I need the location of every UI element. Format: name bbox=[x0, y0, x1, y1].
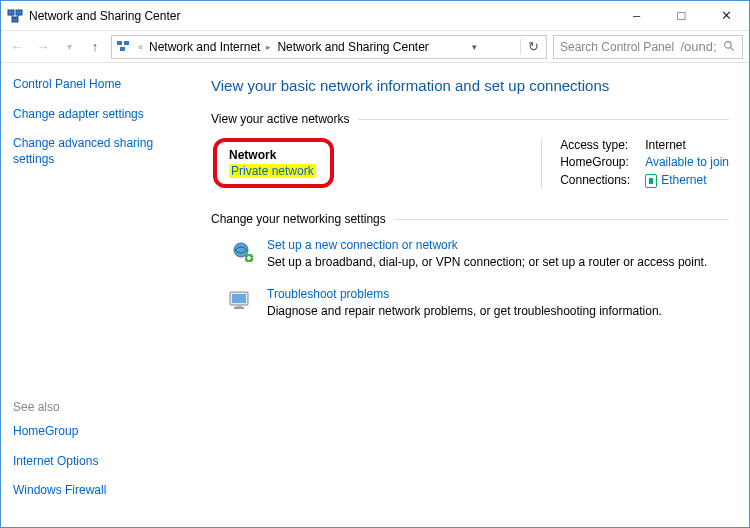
search-placeholder: Search Control Panel bbox=[560, 40, 674, 54]
up-button[interactable]: ↑ bbox=[85, 39, 105, 54]
toolbar: ← → ▾ ↑ « Network and Internet ▸ Network… bbox=[1, 31, 749, 63]
address-bar[interactable]: « Network and Internet ▸ Network and Sha… bbox=[111, 35, 547, 59]
section-change-settings: Change your networking settings bbox=[211, 212, 729, 226]
sidebar: Control Panel Home Change adapter settin… bbox=[1, 63, 201, 527]
chevron-right-icon: ▸ bbox=[264, 42, 273, 52]
section-active-networks: View your active networks bbox=[211, 112, 729, 126]
svg-rect-1 bbox=[16, 10, 22, 15]
svg-rect-16 bbox=[236, 305, 242, 307]
titlebar: Network and Sharing Center – □ ✕ bbox=[1, 1, 749, 31]
control-panel-home-link[interactable]: Control Panel Home bbox=[13, 77, 189, 93]
svg-rect-15 bbox=[232, 294, 246, 303]
address-dropdown-button[interactable]: ▾ bbox=[468, 42, 481, 52]
minimize-button[interactable]: – bbox=[614, 1, 659, 30]
setup-connection-desc: Set up a broadband, dial-up, or VPN conn… bbox=[267, 255, 707, 269]
svg-rect-17 bbox=[234, 307, 244, 309]
setup-connection-icon bbox=[227, 238, 255, 266]
search-input[interactable]: Search Control Panel /ound; bbox=[553, 35, 743, 59]
troubleshoot-desc: Diagnose and repair network problems, or… bbox=[267, 304, 662, 318]
troubleshoot-link[interactable]: Troubleshoot problems bbox=[267, 287, 662, 301]
homegroup-link[interactable]: Available to join bbox=[645, 155, 729, 169]
troubleshoot-icon bbox=[227, 287, 255, 315]
see-also-header: See also bbox=[13, 400, 189, 414]
search-icon bbox=[723, 40, 736, 53]
internet-options-link[interactable]: Internet Options bbox=[13, 454, 189, 470]
ethernet-icon bbox=[645, 174, 657, 188]
access-type-value: Internet bbox=[645, 138, 729, 152]
active-network-box: Network Private network bbox=[213, 138, 334, 188]
app-icon bbox=[7, 8, 23, 24]
page-title: View your basic network information and … bbox=[211, 77, 729, 94]
network-name: Network bbox=[229, 148, 316, 162]
access-type-label: Access type: bbox=[560, 138, 645, 152]
search-icon: /ound; bbox=[680, 39, 716, 54]
svg-line-9 bbox=[730, 47, 733, 50]
windows-firewall-link[interactable]: Windows Firewall bbox=[13, 483, 189, 499]
network-details: Access type: Internet HomeGroup: Availab… bbox=[541, 138, 729, 188]
svg-rect-5 bbox=[117, 41, 122, 45]
control-panel-icon bbox=[116, 39, 132, 55]
homegroup-label: HomeGroup: bbox=[560, 155, 645, 169]
breadcrumb-item[interactable]: Network and Sharing Center bbox=[277, 40, 428, 54]
svg-rect-0 bbox=[8, 10, 14, 15]
forward-button[interactable]: → bbox=[33, 39, 53, 54]
chevron-left-icon: « bbox=[136, 42, 145, 52]
connections-link[interactable]: Ethernet bbox=[645, 173, 729, 188]
svg-rect-2 bbox=[12, 17, 18, 22]
refresh-button[interactable]: ↻ bbox=[520, 39, 542, 54]
breadcrumb-item[interactable]: Network and Internet bbox=[149, 40, 260, 54]
setup-connection-link[interactable]: Set up a new connection or network bbox=[267, 238, 707, 252]
change-adapter-settings-link[interactable]: Change adapter settings bbox=[13, 107, 189, 123]
svg-point-8 bbox=[725, 42, 732, 49]
back-button[interactable]: ← bbox=[7, 39, 27, 54]
recent-locations-button[interactable]: ▾ bbox=[59, 41, 79, 52]
svg-rect-6 bbox=[124, 41, 129, 45]
maximize-button[interactable]: □ bbox=[659, 1, 704, 30]
main-content: View your basic network information and … bbox=[201, 63, 749, 527]
svg-rect-7 bbox=[120, 47, 125, 51]
connections-label: Connections: bbox=[560, 173, 645, 188]
change-advanced-sharing-link[interactable]: Change advanced sharing settings bbox=[13, 136, 189, 167]
homegroup-link[interactable]: HomeGroup bbox=[13, 424, 189, 440]
close-button[interactable]: ✕ bbox=[704, 1, 749, 30]
network-type: Private network bbox=[229, 164, 316, 178]
window-title: Network and Sharing Center bbox=[29, 9, 180, 23]
